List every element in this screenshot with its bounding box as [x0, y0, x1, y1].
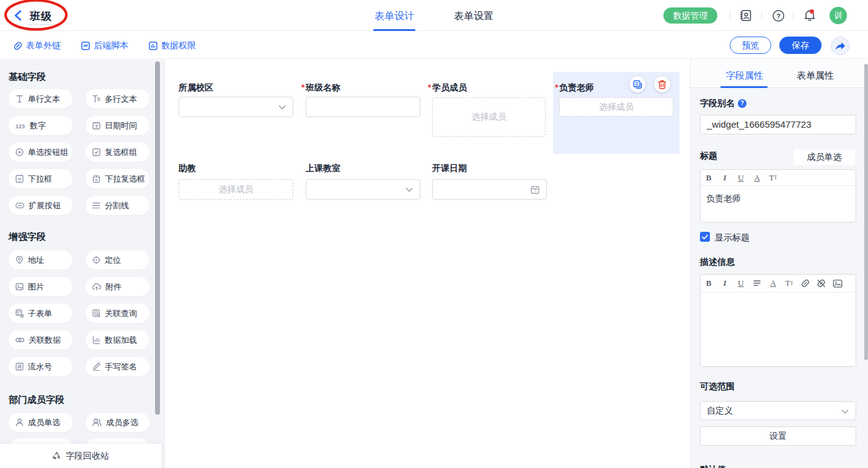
svg-text:7: 7 — [534, 188, 536, 193]
svg-text:?: ? — [776, 12, 781, 20]
svg-text:123: 123 — [16, 123, 25, 129]
